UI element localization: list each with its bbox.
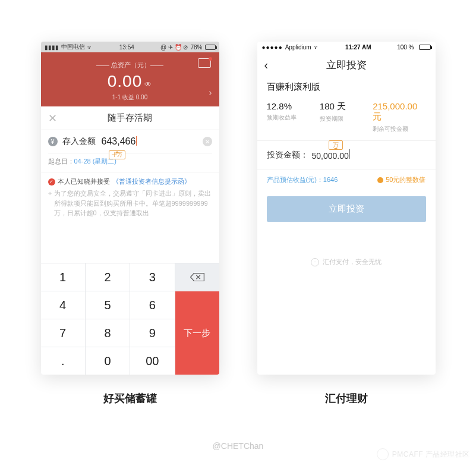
wifi-icon: ᯤ (87, 44, 93, 51)
multiple-hint: 50元的整数倍 (377, 175, 425, 184)
nav-title: 立即投资 (326, 58, 367, 72)
key-8[interactable]: 8 (86, 319, 130, 347)
stat-rate: 12.8% 预期收益率 (267, 101, 320, 133)
numeric-keypad: 1 2 3 4 5 6 下一步 7 8 9 . 0 00 (41, 263, 219, 375)
invest-unit-tag: 万 (329, 140, 343, 150)
caption-right: 汇付理财 (325, 391, 368, 406)
key-0[interactable]: 0 (86, 347, 130, 375)
asset-summary[interactable]: —— 总资产（元）—— 0.00👁 1-1 收益 0.00 › (41, 52, 219, 106)
key-2[interactable]: 2 (86, 263, 130, 291)
chevron-right-icon[interactable]: › (209, 87, 212, 98)
key-3[interactable]: 3 (130, 263, 174, 291)
battery-icon (419, 45, 431, 50)
status-icons: @ ✈ ⏰ ⊘ (160, 44, 188, 51)
bulb-icon (377, 177, 383, 183)
invest-amount-row[interactable]: 投资金额： 50,000.00 万 (257, 141, 436, 169)
eye-icon[interactable]: 👁 (144, 80, 152, 89)
stat-term: 180 天 投资期限 (320, 101, 373, 133)
clock-label: 11:27 AM (345, 44, 371, 51)
phone-right: ●●●●● Applidium ᯤ 11:27 AM 100 % ‹ 立即投资 … (257, 42, 436, 375)
invest-amount-label: 投资金额： (267, 150, 308, 161)
phone-left: ▮▮▮▮ 中国电信 ᯤ 13:54 @ ✈ ⏰ ⊘ 78% —— 总资产（元）—… (41, 42, 219, 375)
safety-note: 为了您的交易安全，交易遵守「同卡进出」原则，卖出所得款项只能回到购买所用卡中。单… (54, 188, 212, 218)
agree-link[interactable]: 《普通投资者信息提示函》 (112, 177, 191, 186)
agree-text: 本人已知晓并接受 (58, 177, 110, 186)
nav-bar: ‹ 立即投资 (257, 52, 436, 79)
key-9[interactable]: 9 (130, 319, 174, 347)
product-section: 百赚利滚利版 12.8% 预期收益率 180 天 投资期限 215,000.00… (257, 79, 436, 141)
shield-icon: ~ (311, 258, 319, 266)
watermark-icon (377, 448, 389, 460)
battery-pct: 100 % (397, 44, 414, 51)
close-icon[interactable]: ✕ (48, 112, 57, 125)
estimate-row: 产品预估收益(元)：1646 50元的整数倍 (257, 169, 436, 190)
key-7[interactable]: 7 (41, 319, 85, 347)
key-dot[interactable]: . (41, 347, 85, 375)
estimate-text: 产品预估收益(元)：1646 (267, 175, 338, 184)
agreement-block: ✓ 本人已知晓并接受 《普通投资者信息提示函》 ⌖ 为了您的交易安全，交易遵守「… (41, 172, 219, 224)
key-1[interactable]: 1 (41, 263, 85, 291)
yen-icon: ¥ (48, 137, 58, 146)
amount-input[interactable]: 643,466 (102, 136, 137, 147)
product-name: 百赚利滚利版 (267, 81, 426, 93)
asset-amount: 0.00👁 (41, 72, 219, 91)
battery-icon (205, 45, 216, 50)
asset-subline: 1-1 收益 0.00 (41, 93, 219, 102)
key-6[interactable]: 6 (130, 291, 174, 319)
invest-amount-input[interactable]: 50,000.00 (312, 149, 350, 161)
status-bar: ●●●●● Applidium ᯤ 11:27 AM 100 % (257, 42, 436, 52)
key-00[interactable]: 00 (130, 347, 174, 375)
key-5[interactable]: 5 (86, 291, 130, 319)
asset-label: —— 总资产（元）—— (41, 61, 219, 70)
amount-unit-tag: 十万 (109, 150, 125, 159)
amount-row[interactable]: ¥ 存入金额 643,466 十万 ✕ (41, 130, 219, 153)
sheet-title: 随手存活期 (108, 112, 152, 124)
back-icon[interactable]: ‹ (264, 58, 269, 72)
pin-icon: ⌖ (48, 188, 52, 218)
clock-label: 13:54 (119, 44, 134, 51)
amount-label: 存入金额 (62, 136, 96, 147)
battery-pct: 78% (191, 44, 203, 51)
wifi-icon: ᯤ (314, 44, 320, 51)
inbox-icon[interactable] (198, 58, 211, 68)
sheet-header: ✕ 随手存活期 (41, 106, 219, 130)
deposit-sheet: ✕ 随手存活期 ¥ 存入金额 643,466 十万 ✕ 起息日：04-28 (星… (41, 106, 219, 375)
status-bar: ▮▮▮▮ 中国电信 ᯤ 13:54 @ ✈ ⏰ ⊘ 78% (41, 42, 219, 52)
checkmark-icon[interactable]: ✓ (48, 178, 55, 186)
watermark: PMCAFF 产品经理社区 (377, 448, 470, 460)
start-date-row: 起息日：04-28 (星期二) (41, 153, 219, 172)
safety-footer: ~ 汇付支付，安全无忧 (257, 257, 436, 266)
carrier-label: 中国电信 (61, 43, 85, 51)
carrier-label: Applidium (285, 44, 311, 51)
key-4[interactable]: 4 (41, 291, 85, 319)
caption-left: 好买储蓄罐 (103, 391, 157, 406)
signal-icon: ▮▮▮▮ (45, 44, 59, 51)
next-button[interactable]: 下一步 (175, 291, 219, 375)
stat-remain: 215,000.00元 剩余可投金额 (373, 101, 425, 133)
clear-icon[interactable]: ✕ (203, 137, 212, 146)
signal-icon: ●●●●● (262, 44, 283, 51)
invest-button[interactable]: 立即投资 (267, 196, 426, 222)
backspace-key[interactable] (175, 263, 219, 291)
